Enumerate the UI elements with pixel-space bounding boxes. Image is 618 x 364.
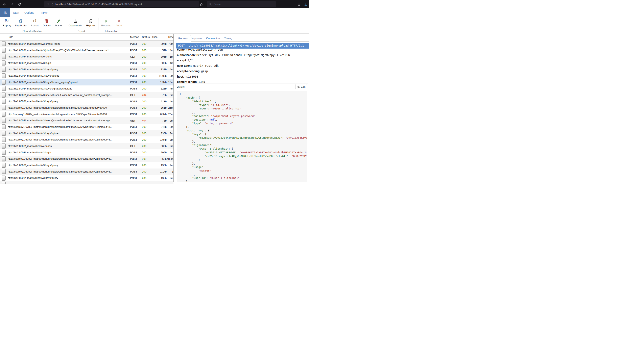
flow-time: 73ms: [167, 41, 174, 47]
flow-row[interactable]: http://ssproxy1:6789/_matrix/client/unst…: [0, 169, 174, 175]
flow-row[interactable]: http://hs1:8008/_matrix/client/v3/keys/q…: [0, 175, 174, 181]
flow-row-partial[interactable]: [0, 181, 174, 182]
export-label: Export▾: [83, 24, 98, 27]
flow-size: 268b: [149, 156, 167, 162]
column-header-status[interactable]: Status: [142, 36, 150, 39]
flow-size: 8.3kb: [149, 111, 167, 117]
flow-path: http://ssproxy1:6789/_matrix/client/unst…: [8, 104, 130, 111]
flow-size: 1.9kb: [149, 136, 167, 143]
flow-status: 200: [142, 124, 147, 130]
flow-size: 11.9kb: [149, 73, 167, 79]
flow-status: 200: [142, 149, 147, 156]
flow-path: http://hs1:8008/_matrix/client/versions: [8, 53, 130, 60]
flow-row[interactable]: http://hs1:8008/_matrix/client/v3/join/%…: [0, 47, 174, 54]
downloads-icon: [304, 2, 308, 6]
edit-pencil-icon: [297, 85, 300, 88]
flow-method: POST: [130, 124, 137, 130]
flow-size: 135b: [149, 175, 167, 181]
url-bar[interactable]: localhost:1445/#/flows/fba5f13d-91e1-437…: [44, 1, 199, 7]
flow-status: 200: [142, 111, 147, 117]
flow-row[interactable]: http://hs1:8008/_matrix/client/v3/keys/q…: [0, 66, 174, 73]
flow-time: 3ms: [167, 136, 174, 143]
flow-method: POST: [130, 98, 137, 104]
flow-path: http://hs1:8008/_matrix/client/v3/keys/d…: [8, 79, 130, 85]
flow-row[interactable]: http://hs1:8008/_matrix/client/versionsG…: [0, 143, 174, 149]
flow-status: 200: [142, 53, 147, 60]
search-bar[interactable]: [207, 1, 276, 7]
document-icon: [2, 85, 6, 92]
body-format-label: JSON: [177, 85, 185, 89]
flow-size: 1.1kb: [149, 169, 167, 175]
mark-label: Mark▾: [51, 24, 66, 27]
column-header-size[interactable]: Size: [152, 36, 158, 39]
replay-icon: ↻: [0, 18, 14, 24]
flow-status: 200: [142, 104, 147, 111]
flow-row[interactable]: http://hs1:8008/_matrix/client/v3/create…: [0, 41, 174, 47]
flow-method: GET: [130, 117, 135, 124]
flow-row[interactable]: http://hs1:8008/_matrix/client/v3/user/@…: [0, 117, 174, 124]
flow-row[interactable]: http://hs1:8008/_matrix/client/v3/keys/s…: [0, 85, 174, 92]
flow-row[interactable]: http://hs1:8008/_matrix/client/v3/user/@…: [0, 92, 174, 98]
json-line: },: [179, 125, 307, 129]
flow-time: 4ms: [167, 85, 174, 92]
page-info-icon[interactable]: [51, 3, 54, 6]
tab-connection[interactable]: Connection: [206, 35, 220, 41]
flow-row[interactable]: http://ssproxy1:6789/_matrix/client/unst…: [0, 104, 174, 111]
duplicate-button[interactable]: Duplicate: [13, 18, 28, 27]
downloads-button[interactable]: [303, 1, 309, 7]
tracking-shield-icon[interactable]: [46, 3, 49, 6]
json-body: { "auth": { "identifier": { "type": "m.i…: [177, 91, 307, 182]
export-button[interactable]: Export▾: [83, 18, 98, 27]
flow-size: 138b: [149, 66, 167, 73]
tab-request[interactable]: Request: [176, 35, 191, 41]
duplicate-icon: [13, 18, 28, 24]
flow-method: POST: [130, 156, 137, 162]
flow-time: 14ms: [167, 47, 174, 54]
flow-row[interactable]: http://hs1:8008/_matrix/client/v3/keys/q…: [0, 98, 174, 104]
flow-size: 295b: [149, 149, 167, 156]
flow-time: 25ms: [167, 104, 174, 111]
flow-row[interactable]: http://ssproxy1:6789/_matrix/client/unst…: [0, 136, 174, 143]
search-input[interactable]: [214, 3, 266, 6]
flow-time: 4ms: [167, 60, 174, 66]
reload-icon: [18, 3, 21, 6]
column-header-time[interactable]: Time: [168, 36, 174, 39]
flow-row[interactable]: http://hs1:8008/_matrix/client/v3/loginP…: [0, 149, 174, 156]
flow-row[interactable]: http://hs1:8008/_matrix/client/v3/keys/u…: [0, 73, 174, 79]
account-shield-button[interactable]: [296, 1, 302, 7]
flow-method: POST: [130, 60, 137, 66]
flow-row[interactable]: http://hs1:8008/_matrix/client/versionsG…: [0, 53, 174, 60]
flow-row[interactable]: http://hs1:8008/_matrix/client/v3/keys/u…: [0, 130, 174, 137]
edit-button[interactable]: Edit: [295, 84, 307, 89]
search-icon: [209, 3, 212, 6]
replay-label: Replay: [0, 24, 14, 27]
menu-item-flow-active[interactable]: Flow: [39, 9, 50, 17]
download-icon: [67, 18, 83, 24]
flow-path: http://hs1:8008/_matrix/client/v3/join/%…: [8, 47, 130, 54]
column-header-path[interactable]: Path: [8, 36, 13, 39]
request-header: accept-encoding: gzip: [177, 68, 308, 74]
request-headers: content-type: application/jsonauthorizat…: [177, 47, 308, 85]
flow-method: POST: [130, 162, 137, 169]
flow-row[interactable]: http://ssproxy1:6789/_matrix/client/unst…: [0, 111, 174, 117]
download-button[interactable]: Download▾: [67, 18, 83, 27]
forward-button: [9, 1, 15, 7]
flow-status: 200: [142, 130, 147, 137]
flow-size: 73b: [149, 117, 167, 124]
menu-item-start[interactable]: Start: [10, 8, 22, 17]
back-button[interactable]: [2, 1, 7, 7]
flow-row[interactable]: http://hs1:8008/_matrix/client/v3/keys/q…: [0, 162, 174, 169]
bookmark-star-button[interactable]: [199, 1, 204, 7]
menu-item-file[interactable]: File: [0, 8, 10, 17]
tab-timing[interactable]: Timing: [224, 35, 232, 41]
mark-button[interactable]: Mark▾: [51, 18, 66, 27]
flow-row[interactable]: http://ssproxy1:6789/_matrix/client/unst…: [0, 124, 174, 130]
flow-row[interactable]: http://hs1:8008/_matrix/client/v3/keys/d…: [0, 79, 174, 85]
flow-row[interactable]: http://hs1:8008/_matrix/client/v3/loginP…: [0, 60, 174, 66]
reload-button[interactable]: [17, 1, 22, 7]
menu-item-options[interactable]: Options: [22, 8, 36, 17]
column-header-method[interactable]: Method: [130, 36, 139, 39]
replay-button[interactable]: ↻ Replay: [0, 18, 14, 27]
tab-response[interactable]: Response: [189, 35, 202, 41]
flow-row[interactable]: http://ssproxy1:6789/_matrix/client/unst…: [0, 156, 174, 162]
